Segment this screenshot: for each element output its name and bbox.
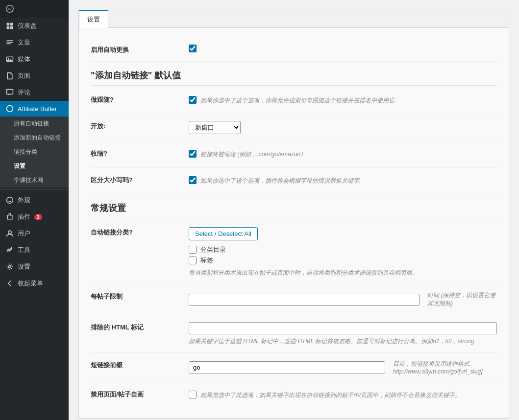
per-post-limit-hint: 时间 (保持空，以设置它使其无限制) — [427, 291, 497, 308]
sidebar-item-pages[interactable]: 页面 — [0, 68, 69, 84]
settings-content: 启用自动更换 "添加自动链接" 默认值 做跟随? 如果你选中了这个选项，你将允许… — [79, 28, 509, 418]
submenu-link-category[interactable]: 链接分类 — [0, 145, 69, 159]
svg-rect-2 — [7, 23, 10, 26]
sidebar-item-label: 收起菜单 — [18, 279, 43, 288]
sidebar-item-label: Affiliate Butler — [18, 105, 57, 113]
sidebar-item-users[interactable]: 用户 — [0, 225, 69, 242]
per-post-limit-input[interactable] — [189, 294, 420, 306]
sidebar-item-label: 仪表盘 — [18, 22, 37, 30]
dofollow-desc: 如果你选中了这个选项，你将允许搜索引擎跟随这个链接并在排名中使用它. — [200, 96, 396, 105]
shorten-checkbox[interactable] — [189, 150, 197, 158]
excluded-html-desc: 如果关键字位于这些 HTML 标记中，这些 HTML 标记将被忽略。按逗号对标记… — [189, 337, 497, 346]
excluded-html-label: 排除的 HTML 标记 — [91, 322, 189, 332]
sidebar-item-appearance[interactable]: 外观 — [0, 192, 69, 209]
auto-replace-checkbox[interactable] — [189, 45, 197, 52]
submenu-site[interactable]: 学课技术网 — [0, 173, 69, 187]
sidebar-divider — [0, 189, 69, 190]
tools-icon — [6, 246, 14, 254]
dashboard-icon — [6, 22, 14, 30]
main-content: 设置 启用自动更换 "添加自动链接" 默认值 做跟随? 如果你选中了这个选项，你… — [69, 0, 519, 420]
disabled-pages-checkbox[interactable] — [189, 391, 197, 398]
sidebar-item-comments[interactable]: 评论 — [0, 84, 69, 101]
tag-checkbox-label: 标签 — [200, 256, 213, 265]
short-link-prefix-input[interactable] — [189, 361, 385, 373]
row-per-post-limit: 每帖子限制 时间 (保持空，以设置它使其无限制) — [91, 284, 497, 315]
sidebar-item-media[interactable]: 媒体 — [0, 51, 69, 68]
sidebar-item-affiliate-butler[interactable]: Affiliate Butler — [0, 101, 69, 117]
auto-replace-control — [189, 45, 497, 54]
per-post-limit-control: 时间 (保持空，以设置它使其无限制) — [189, 291, 497, 308]
collapse-icon — [6, 280, 14, 287]
sidebar-item-label: 文章 — [18, 38, 30, 47]
row-auto-replace: 启用自动更换 — [91, 38, 497, 62]
svg-point-11 — [9, 266, 11, 268]
row-disabled-pages: 禁用页面/帖子自画 如果您选中了此选项，如果关键字出现在自动链接到的贴子中/页面… — [91, 382, 497, 408]
media-icon — [6, 55, 14, 63]
short-link-prefix-label: 短链接前缀 — [91, 360, 189, 370]
settings-icon — [6, 263, 14, 271]
settings-panel: 设置 启用自动更换 "添加自动链接" 默认值 做跟随? 如果你选中了这个选项，你… — [78, 10, 509, 419]
tag-checkbox[interactable] — [189, 257, 197, 264]
dofollow-checkbox[interactable] — [189, 96, 197, 104]
auto-replace-label: 启用自动更换 — [91, 45, 189, 54]
sidebar-item-dashboard[interactable]: 仪表盘 — [0, 18, 69, 34]
auto-link-category-label: 自动链接分类? — [91, 227, 189, 237]
category-checkbox-row: 分类目录 — [189, 245, 497, 254]
select-deselect-all-button[interactable]: Select / Deselect All — [189, 227, 258, 240]
svg-point-10 — [8, 231, 11, 233]
row-excluded-html: 排除的 HTML 标记 如果关键字位于这些 HTML 标记中，这些 HTML 标… — [91, 315, 497, 353]
row-case-sensitive: 区分大小写吗? 如果你选中了这个选项，插件将会根据字母的情况替换关键字. — [91, 168, 497, 194]
excluded-html-input[interactable] — [189, 322, 497, 334]
short-link-prefix-control: 目前，短链接将采用这种格式http://www.a3ym.com/go/[url… — [189, 360, 497, 375]
tab-bar: 设置 — [79, 10, 509, 28]
affiliate-submenu: 所有自动链接 添加新的自动链接 链接分类 设置 学课技术网 — [0, 117, 69, 187]
short-link-prefix-hint: 目前，短链接将采用这种格式http://www.a3ym.com/go/[url… — [393, 360, 497, 375]
posts-icon — [6, 39, 14, 47]
per-post-limit-label: 每帖子限制 — [91, 291, 189, 301]
sidebar-item-label: 页面 — [18, 71, 30, 80]
submenu-settings[interactable]: 设置 — [0, 159, 69, 173]
sidebar-item-plugins[interactable]: 插件 3 — [0, 209, 69, 225]
case-sensitive-control: 如果你选中了这个选项，插件将会根据字母的情况替换关键字. — [189, 175, 497, 187]
sidebar-item-posts[interactable]: 文章 — [0, 34, 69, 51]
sidebar-item-label: 用户 — [18, 229, 30, 238]
tab-settings[interactable]: 设置 — [79, 10, 108, 28]
sidebar-item-label: 工具 — [18, 246, 30, 255]
open-select[interactable]: 新窗口 当前窗口 — [189, 121, 241, 134]
general-settings-heading: 常规设置 — [91, 194, 497, 218]
appearance-icon — [6, 196, 14, 204]
pages-icon — [6, 72, 14, 80]
row-shorten: 收缩? 链接将被缩短 (例如，.com/go/amazon） — [91, 141, 497, 168]
sidebar-item-tools[interactable]: 工具 — [0, 242, 69, 258]
dofollow-control: 如果你选中了这个选项，你将允许搜索引擎跟随这个链接并在排名中使用它. — [189, 94, 497, 107]
plugins-badge: 3 — [34, 214, 42, 220]
sidebar-item-settings[interactable]: 设置 — [0, 258, 69, 275]
submenu-all-links[interactable]: 所有自动链接 — [0, 117, 69, 131]
category-checkboxes: 分类目录 标签 — [189, 245, 497, 265]
svg-point-8 — [7, 106, 13, 112]
open-control: 新窗口 当前窗口 — [189, 121, 497, 134]
sidebar-item-label: 评论 — [18, 88, 30, 97]
disabled-pages-label: 禁用页面/帖子自画 — [91, 389, 189, 399]
shorten-checkbox-row: 链接将被缩短 (例如，.com/go/amazon） — [189, 148, 497, 159]
comments-icon — [6, 89, 14, 96]
shorten-control: 链接将被缩短 (例如，.com/go/amazon） — [189, 148, 497, 161]
case-sensitive-checkbox-row: 如果你选中了这个选项，插件将会根据字母的情况替换关键字. — [189, 175, 497, 185]
sidebar-item-label: 插件 — [18, 212, 30, 221]
category-checkbox[interactable] — [189, 246, 197, 254]
dofollow-checkbox-row: 如果你选中了这个选项，你将允许搜索引擎跟随这个链接并在排名中使用它. — [189, 94, 497, 105]
auto-link-category-desc: 每当类别和分类术语出现在帖子或页面中时，自动将类别和分类术语链接到其存档页面。 — [189, 269, 497, 277]
users-icon — [6, 230, 14, 237]
disabled-pages-checkbox-row: 如果您选中了此选项，如果关键字出现在自动链接到的贴子中/页面中，则插件不会替换这… — [189, 389, 497, 399]
svg-rect-4 — [7, 26, 10, 29]
sidebar-item-collapse[interactable]: 收起菜单 — [0, 275, 69, 292]
case-sensitive-checkbox[interactable] — [189, 176, 197, 184]
add-link-defaults-heading: "添加自动链接" 默认值 — [91, 62, 497, 86]
submenu-add-link[interactable]: 添加新的自动链接 — [0, 131, 69, 145]
affiliate-icon — [6, 105, 14, 113]
dofollow-label: 做跟随? — [91, 94, 189, 104]
plugins-icon — [6, 213, 14, 221]
shorten-label: 收缩? — [91, 148, 189, 158]
svg-rect-3 — [10, 23, 13, 26]
row-auto-link-category: 自动链接分类? Select / Deselect All 分类目录 标签 每 — [91, 220, 497, 284]
